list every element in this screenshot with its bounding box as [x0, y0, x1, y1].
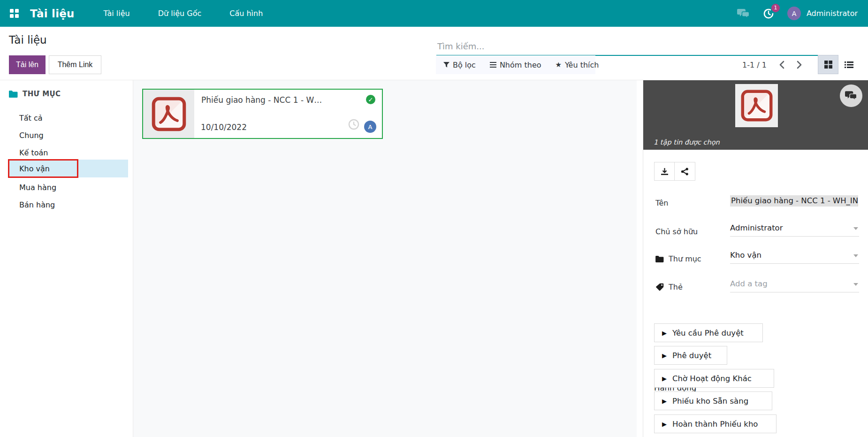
inspector-panel: 1 tập tin được chọn Tên Phiếu giao hàng …	[643, 80, 868, 437]
document-owner-avatar[interactable]: A	[364, 121, 376, 133]
play-icon: ▶	[662, 421, 667, 428]
sidebar-item-chung[interactable]: Chung	[0, 126, 128, 144]
kanban-area: Phiếu giao hàng - NCC 1 - W… ✓ 10/10/202…	[133, 80, 637, 437]
list-icon	[845, 61, 853, 69]
owner-field-label: Chủ sở hữu	[655, 227, 698, 236]
tag-icon	[655, 283, 664, 291]
activity-clock-icon[interactable]	[348, 119, 359, 132]
owner-field[interactable]: Administrator	[730, 223, 859, 237]
control-panel: Tài liệu Tải lên Thêm Link Bộ lọc Nhóm t…	[0, 27, 868, 80]
folder-icon	[655, 256, 664, 262]
chat-bubbles-icon	[737, 8, 750, 19]
group-by-icon	[490, 62, 496, 68]
pdf-file-icon	[151, 94, 187, 134]
tags-placeholder: Add a tag	[730, 279, 768, 288]
folders-section-header[interactable]: THƯ MỤC	[9, 90, 61, 98]
chevron-down-icon	[853, 254, 858, 257]
document-thumbnail	[143, 90, 194, 138]
play-icon: ▶	[662, 398, 667, 405]
folder-icon	[9, 91, 18, 98]
action-complete-picking-button[interactable]: ▶ Hoàn thành Phiếu kho	[654, 414, 777, 433]
app-brand[interactable]: Tài liệu	[30, 8, 75, 20]
chat-bubbles-icon	[845, 91, 857, 101]
folder-field-value: Kho vận	[730, 251, 761, 260]
action-approve-button[interactable]: ▶ Phê duyệt	[654, 346, 727, 365]
download-icon	[661, 168, 669, 176]
pager: 1-1 / 1	[742, 55, 808, 74]
user-menu[interactable]: A Administrator	[787, 7, 858, 20]
list-view-button[interactable]	[838, 55, 859, 74]
play-icon: ▶	[662, 375, 667, 382]
search-input[interactable]	[436, 39, 841, 56]
pdf-file-icon	[740, 87, 774, 124]
activity-badge: 1	[771, 4, 780, 12]
favorites-button[interactable]: ★ Yêu thích	[556, 61, 599, 69]
selection-caption: 1 tập tin được chọn	[654, 138, 720, 146]
owner-field-value: Administrator	[730, 223, 783, 232]
folder-field-label: Thư mục	[655, 254, 701, 263]
kanban-icon	[824, 61, 832, 69]
activities-icon[interactable]: 1	[763, 8, 774, 19]
nav-item-configuration[interactable]: Cấu hình	[228, 6, 264, 21]
play-icon: ▶	[662, 330, 667, 337]
action-request-approval-button[interactable]: ▶ Yêu cầu Phê duyệt	[654, 323, 763, 342]
inspector-header: 1 tập tin được chọn	[643, 80, 868, 150]
name-field-label: Tên	[655, 199, 669, 207]
download-button[interactable]	[654, 162, 675, 181]
preview-tile[interactable]	[735, 84, 778, 127]
action-picking-ready-button[interactable]: ▶ Phiếu kho Sẵn sàng	[654, 391, 772, 410]
pager-previous-icon[interactable]	[773, 55, 791, 74]
apps-menu-icon[interactable]	[10, 9, 19, 18]
name-field[interactable]: Phiếu giao hàng - NCC 1 - WH_IN_	[730, 195, 859, 208]
file-toolbar	[654, 162, 695, 181]
view-switcher	[818, 55, 859, 74]
document-title: Phiếu giao hàng - NCC 1 - W…	[201, 95, 384, 105]
chevron-down-icon	[853, 283, 858, 286]
document-card[interactable]: Phiếu giao hàng - NCC 1 - W… ✓ 10/10/202…	[142, 89, 383, 139]
add-link-button[interactable]: Thêm Link	[49, 55, 101, 74]
nav-menu: Tài liệu Dữ liệu Gốc Cấu hình	[103, 6, 264, 21]
top-navbar: Tài liệu Tài liệu Dữ liệu Gốc Cấu hình 1…	[0, 0, 868, 27]
share-icon	[681, 168, 689, 176]
filter-bar: Bộ lọc Nhóm theo ★ Yêu thích	[436, 55, 595, 74]
pager-range: 1-1 / 1	[742, 61, 767, 69]
upload-button[interactable]: Tải lên	[9, 55, 46, 74]
page-title: Tài liệu	[9, 34, 47, 46]
filters-button[interactable]: Bộ lọc	[443, 61, 476, 69]
sidebar-item-all[interactable]: Tất cả	[0, 109, 128, 127]
selected-check-icon[interactable]: ✓	[366, 95, 375, 104]
nav-item-documents[interactable]: Tài liệu	[103, 6, 131, 21]
kanban-view-button[interactable]	[818, 55, 838, 74]
open-chatter-button[interactable]	[840, 84, 862, 107]
sidebar-item-mua-hang[interactable]: Mua hàng	[0, 178, 128, 196]
tags-field-label: Thẻ	[655, 283, 683, 291]
document-date: 10/10/2022	[201, 123, 247, 132]
tags-field[interactable]: Add a tag	[730, 279, 859, 292]
star-icon: ★	[556, 61, 562, 69]
action-wait-other-button[interactable]: ▶ Chờ Hoạt động Khác	[654, 369, 774, 388]
name-field-value: Phiếu giao hàng - NCC 1 - WH_IN_	[730, 195, 858, 207]
nav-item-master-data[interactable]: Dữ liệu Gốc	[157, 6, 203, 21]
folder-field[interactable]: Kho vận	[730, 251, 859, 264]
share-button[interactable]	[675, 162, 695, 181]
sidebar-item-ke-toan[interactable]: Kế toán	[0, 144, 128, 161]
pager-next-icon[interactable]	[791, 55, 808, 74]
funnel-icon	[443, 62, 449, 68]
user-avatar: A	[787, 7, 801, 20]
user-name: Administrator	[807, 9, 858, 18]
messages-icon[interactable]	[737, 8, 750, 19]
group-by-button[interactable]: Nhóm theo	[490, 61, 541, 69]
scroll-gutter	[637, 80, 643, 437]
sidebar-item-ban-hang[interactable]: Bán hàng	[0, 196, 128, 214]
sidebar-item-kho-van[interactable]: Kho vận	[8, 160, 128, 177]
play-icon: ▶	[662, 352, 667, 359]
folders-sidebar: THƯ MỤC Tất cả Chung Kế toán Kho vận Mua…	[0, 80, 133, 437]
chevron-down-icon	[853, 227, 858, 230]
